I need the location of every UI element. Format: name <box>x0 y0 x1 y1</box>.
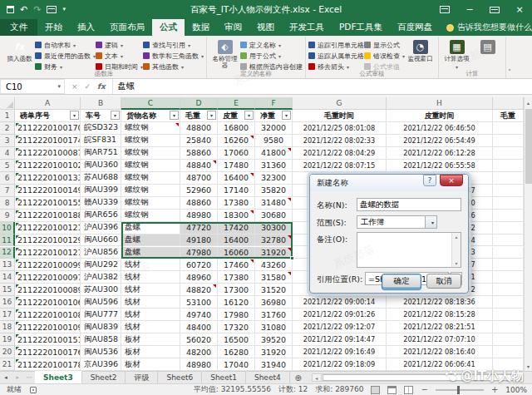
undo-icon[interactable]: ↶ <box>20 5 27 14</box>
cell-I3[interactable] <box>493 135 524 147</box>
print-preview-icon[interactable] <box>47 6 57 13</box>
cell-C3[interactable]: 螺纹钢 <box>121 135 180 147</box>
cell-A20[interactable]: 2112220100176 <box>15 346 81 358</box>
cell-D21[interactable]: 48980 <box>180 358 218 371</box>
cell-E12[interactable]: 16060 <box>218 247 255 259</box>
column-header-H[interactable]: H <box>387 97 493 110</box>
cell-F4[interactable]: 41800 <box>255 147 293 160</box>
row-header-18[interactable]: 18 <box>0 321 15 333</box>
sheet-nav-right-icon[interactable]: ▸ <box>12 372 23 383</box>
ribbon-button-错误检查[interactable]: 错误检查▾ <box>364 51 405 61</box>
cell-D8[interactable]: 48860 <box>180 197 218 210</box>
name-box-input[interactable] <box>1 82 47 91</box>
cell-B15[interactable]: 苏AU300 <box>81 284 121 296</box>
cell-E8[interactable]: 17380 <box>218 197 255 210</box>
cell-D2[interactable]: 48800 <box>180 122 218 135</box>
cell-F8[interactable]: 31480 <box>255 197 293 210</box>
confirm-entry-icon[interactable]: ✓ <box>85 82 91 91</box>
ribbon-button-追踪从属单元格[interactable]: 追踪从属单元格 <box>308 51 364 61</box>
cell-A10[interactable]: 2112220100121 <box>15 222 81 235</box>
tab-开发工具[interactable]: 开发工具 <box>282 19 332 36</box>
cell-A19[interactable]: 2112220100151 <box>15 333 81 346</box>
cell-A12[interactable]: 2112220100127 <box>15 247 81 259</box>
cell-G21[interactable]: 2021/12/22 09:18:09 <box>293 358 387 371</box>
cell-F12[interactable]: 31920 <box>255 247 293 259</box>
column-header-C[interactable]: C <box>121 97 180 110</box>
cell-B8[interactable]: 赣AU339 <box>81 197 121 210</box>
filter-icon-B[interactable]: ▾ <box>111 111 120 120</box>
cell-A7[interactable]: 2112220100149 <box>15 185 81 197</box>
cell-H17[interactable]: 2021/12/22 08:15:28 <box>387 309 493 321</box>
formula-input[interactable] <box>113 79 532 94</box>
cell-B9[interactable]: 闽AR656 <box>81 210 121 222</box>
cell-E11[interactable]: 16400 <box>218 235 255 247</box>
row-header-11[interactable]: 11 <box>0 235 15 247</box>
cell-I11[interactable] <box>493 235 524 247</box>
cell-B3[interactable]: 皖SF831 <box>81 135 121 147</box>
cell-I21[interactable] <box>493 358 524 371</box>
cell-I17[interactable] <box>493 309 524 321</box>
cell-C15[interactable]: 线材 <box>121 284 180 296</box>
cell-D4[interactable]: 58860 <box>180 147 218 160</box>
cell-C16[interactable]: 线材 <box>121 296 180 309</box>
save-icon[interactable] <box>7 6 14 13</box>
row-header-15[interactable]: 15 <box>0 284 15 296</box>
name-field[interactable] <box>357 198 461 211</box>
sheet-tab-Sheet1[interactable]: Sheet1 <box>202 372 246 383</box>
dialog-help-icon[interactable]: ? <box>423 175 436 186</box>
cell-H3[interactable]: 2021/12/22 06:54:49 <box>387 135 493 147</box>
cell-F13[interactable]: 43260 <box>255 259 293 271</box>
row-header-9[interactable]: 9 <box>0 210 15 222</box>
row-header-13[interactable]: 13 <box>0 259 15 271</box>
name-box[interactable]: ▾ <box>0 79 65 94</box>
page-layout-view-icon[interactable] <box>387 386 397 394</box>
sheet-nav-more-icon[interactable]: ⋯ <box>23 372 35 383</box>
comment-scrollbar[interactable]: ▴ ▾ <box>451 233 461 267</box>
cell-F11[interactable]: 32780 <box>255 235 293 247</box>
cell-I7[interactable] <box>493 185 524 197</box>
cell-H2[interactable]: 2021/12/22 06:46:50 <box>387 122 493 135</box>
row-header-4[interactable]: 4 <box>0 147 15 160</box>
cell-I2[interactable] <box>493 122 524 135</box>
page-break-view-icon[interactable] <box>404 386 413 394</box>
scope-dropdown-icon[interactable]: ▾ <box>425 216 436 228</box>
cell-E18[interactable]: 17320 <box>218 321 255 333</box>
cell-D10[interactable]: 47720 <box>180 222 218 235</box>
horizontal-scrollbar[interactable]: ◂ <box>312 373 524 382</box>
comment-field[interactable]: ▴ ▾ <box>357 232 461 268</box>
macro-record-icon[interactable] <box>30 387 37 393</box>
cell-F15[interactable]: 31520 <box>255 284 293 296</box>
row-header-20[interactable]: 20 <box>0 346 15 358</box>
cell-A3[interactable]: 2112220100174 <box>15 135 81 147</box>
column-header-B[interactable]: B <box>81 97 121 110</box>
cell-D14[interactable]: 48960 <box>180 271 218 284</box>
cell-D3[interactable]: 25840 <box>180 135 218 147</box>
cell-C4[interactable]: 螺纹钢 <box>121 147 180 160</box>
scroll-up-icon[interactable]: ▴ <box>525 97 532 107</box>
horizontal-scroll-thumb[interactable] <box>323 374 521 381</box>
cell-F18[interactable]: 31080 <box>255 321 293 333</box>
cell-I16[interactable] <box>493 296 524 309</box>
cell-A6[interactable]: 2112220100133 <box>15 172 81 185</box>
cell-B7[interactable]: 闽AU399 <box>81 185 121 197</box>
cell-G3[interactable]: 2021/12/22 08:02:33 <box>293 135 387 147</box>
cell-A8[interactable]: 2112220100155 <box>15 197 81 210</box>
cell-C11[interactable]: 盘螺 <box>121 235 180 247</box>
cell-F2[interactable]: 32000 <box>255 122 293 135</box>
cell-I15[interactable] <box>493 284 524 296</box>
cell-G18[interactable]: 2021/12/22 09:12:07 <box>293 321 387 333</box>
cell-A17[interactable]: 2112220100108 <box>15 309 81 321</box>
cell-F20[interactable]: 31920 <box>255 346 293 358</box>
cell-G17[interactable]: 2021/12/22 09:01:26 <box>293 309 387 321</box>
cell-I9[interactable] <box>493 210 524 222</box>
cell-E10[interactable]: 17420 <box>218 222 255 235</box>
row-header-10[interactable]: 10 <box>0 222 15 235</box>
zoom-out-icon[interactable]: − <box>421 385 427 394</box>
cell-C8[interactable]: 螺纹钢 <box>121 197 180 210</box>
ribbon-button-计算选项[interactable]: ▦计算选项▾ <box>441 38 472 71</box>
cell-B17[interactable]: 闽AU777 <box>81 309 121 321</box>
cell-H5[interactable]: 2021/12/22 06:55:58 <box>387 160 493 172</box>
column-header-E[interactable]: E <box>218 97 255 110</box>
cell-E5[interactable]: 17480 <box>218 160 255 172</box>
insert-function-icon[interactable]: fx <box>97 82 106 91</box>
